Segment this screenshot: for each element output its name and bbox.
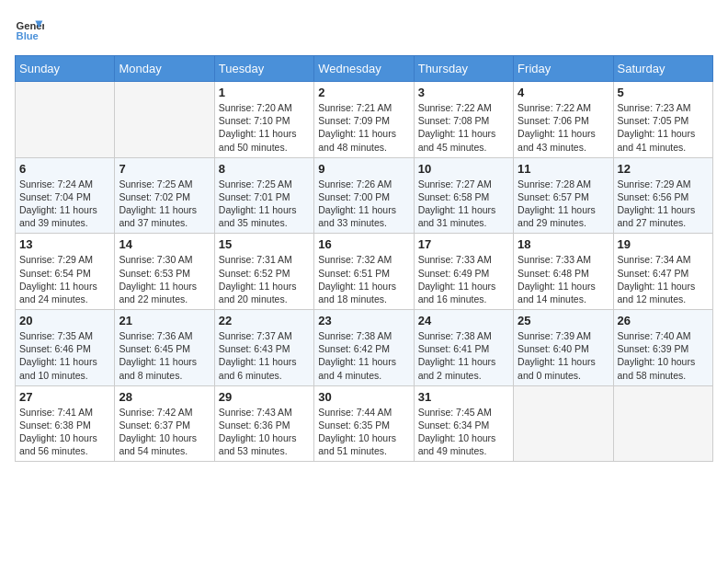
day-number: 26 [618,314,709,327]
day-number: 4 [518,86,609,99]
day-detail: Sunrise: 7:43 AMSunset: 6:36 PMDaylight:… [219,406,310,458]
day-detail: Sunrise: 7:33 AMSunset: 6:49 PMDaylight:… [418,253,509,305]
calendar-cell: 8Sunrise: 7:25 AMSunset: 7:01 PMDaylight… [214,157,313,234]
day-number: 2 [318,86,409,99]
day-detail: Sunrise: 7:40 AMSunset: 6:39 PMDaylight:… [618,329,709,382]
day-detail: Sunrise: 7:20 AMSunset: 7:10 PMDaylight:… [219,101,310,154]
day-number: 9 [318,162,409,176]
calendar-week-5: 27Sunrise: 7:41 AMSunset: 6:38 PMDayligh… [16,385,713,462]
logo-icon: General Blue [15,15,44,44]
calendar-cell: 6Sunrise: 7:24 AMSunset: 7:04 PMDaylight… [16,157,115,234]
calendar-cell: 10Sunrise: 7:27 AMSunset: 6:58 PMDayligh… [414,157,513,234]
calendar-cell [115,82,214,158]
day-number: 21 [119,314,210,327]
day-detail: Sunrise: 7:29 AMSunset: 6:54 PMDaylight:… [19,253,110,305]
svg-text:Blue: Blue [17,30,39,41]
calendar-cell: 31Sunrise: 7:45 AMSunset: 6:34 PMDayligh… [414,385,513,462]
calendar-cell: 4Sunrise: 7:22 AMSunset: 7:06 PMDaylight… [514,82,613,158]
calendar-cell: 28Sunrise: 7:42 AMSunset: 6:37 PMDayligh… [115,385,214,462]
day-number: 6 [19,162,110,176]
day-number: 14 [119,237,210,251]
day-detail: Sunrise: 7:41 AMSunset: 6:38 PMDaylight:… [19,406,110,458]
day-number: 23 [318,314,409,327]
calendar-cell: 17Sunrise: 7:33 AMSunset: 6:49 PMDayligh… [414,234,513,310]
calendar-table: SundayMondayTuesdayWednesdayThursdayFrid… [15,55,713,462]
day-detail: Sunrise: 7:32 AMSunset: 6:51 PMDaylight:… [318,253,409,305]
calendar-cell: 22Sunrise: 7:37 AMSunset: 6:43 PMDayligh… [214,310,313,386]
column-header-wednesday: Wednesday [314,56,414,82]
day-detail: Sunrise: 7:21 AMSunset: 7:09 PMDaylight:… [318,101,409,154]
calendar-cell: 30Sunrise: 7:44 AMSunset: 6:35 PMDayligh… [314,385,414,462]
calendar-cell: 12Sunrise: 7:29 AMSunset: 6:56 PMDayligh… [613,157,712,234]
day-number: 24 [418,314,509,327]
day-number: 16 [318,237,409,251]
day-number: 15 [219,237,310,251]
day-detail: Sunrise: 7:38 AMSunset: 6:41 PMDaylight:… [418,329,509,382]
day-number: 11 [518,162,609,176]
calendar-cell [613,385,712,462]
day-detail: Sunrise: 7:42 AMSunset: 6:37 PMDaylight:… [119,406,210,458]
logo: General Blue [15,15,44,44]
calendar-cell: 1Sunrise: 7:20 AMSunset: 7:10 PMDaylight… [214,82,313,158]
calendar-cell: 25Sunrise: 7:39 AMSunset: 6:40 PMDayligh… [514,310,613,386]
day-detail: Sunrise: 7:35 AMSunset: 6:46 PMDaylight:… [19,329,110,382]
day-detail: Sunrise: 7:36 AMSunset: 6:45 PMDaylight:… [119,329,210,382]
calendar-cell: 20Sunrise: 7:35 AMSunset: 6:46 PMDayligh… [16,310,115,386]
column-header-tuesday: Tuesday [214,56,313,82]
day-detail: Sunrise: 7:22 AMSunset: 7:06 PMDaylight:… [518,101,609,154]
day-detail: Sunrise: 7:30 AMSunset: 6:53 PMDaylight:… [119,253,210,305]
calendar-cell: 9Sunrise: 7:26 AMSunset: 7:00 PMDaylight… [314,157,414,234]
day-detail: Sunrise: 7:24 AMSunset: 7:04 PMDaylight:… [19,178,110,230]
calendar-cell: 13Sunrise: 7:29 AMSunset: 6:54 PMDayligh… [16,234,115,310]
calendar-cell: 11Sunrise: 7:28 AMSunset: 6:57 PMDayligh… [514,157,613,234]
day-number: 20 [19,314,110,327]
calendar-cell [514,385,613,462]
day-number: 22 [219,314,310,327]
day-number: 27 [19,390,110,404]
day-detail: Sunrise: 7:31 AMSunset: 6:52 PMDaylight:… [219,253,310,305]
column-header-friday: Friday [514,56,613,82]
calendar-cell: 7Sunrise: 7:25 AMSunset: 7:02 PMDaylight… [115,157,214,234]
calendar-week-4: 20Sunrise: 7:35 AMSunset: 6:46 PMDayligh… [16,310,713,386]
day-detail: Sunrise: 7:39 AMSunset: 6:40 PMDaylight:… [518,329,609,382]
day-detail: Sunrise: 7:28 AMSunset: 6:57 PMDaylight:… [518,178,609,230]
calendar-cell: 29Sunrise: 7:43 AMSunset: 6:36 PMDayligh… [214,385,313,462]
day-number: 1 [219,86,310,99]
calendar-cell: 16Sunrise: 7:32 AMSunset: 6:51 PMDayligh… [314,234,414,310]
day-number: 17 [418,237,509,251]
calendar-cell: 3Sunrise: 7:22 AMSunset: 7:08 PMDaylight… [414,82,513,158]
day-number: 13 [19,237,110,251]
day-detail: Sunrise: 7:38 AMSunset: 6:42 PMDaylight:… [318,329,409,382]
calendar-header-row: SundayMondayTuesdayWednesdayThursdayFrid… [16,56,713,82]
calendar-cell: 24Sunrise: 7:38 AMSunset: 6:41 PMDayligh… [414,310,513,386]
day-number: 25 [518,314,609,327]
calendar-week-1: 1Sunrise: 7:20 AMSunset: 7:10 PMDaylight… [16,82,713,158]
day-number: 19 [618,237,709,251]
day-detail: Sunrise: 7:45 AMSunset: 6:34 PMDaylight:… [418,406,509,458]
day-number: 3 [418,86,509,99]
day-detail: Sunrise: 7:22 AMSunset: 7:08 PMDaylight:… [418,101,509,154]
day-detail: Sunrise: 7:23 AMSunset: 7:05 PMDaylight:… [618,101,709,154]
day-number: 10 [418,162,509,176]
calendar-cell: 19Sunrise: 7:34 AMSunset: 6:47 PMDayligh… [613,234,712,310]
day-number: 18 [518,237,609,251]
calendar-cell [16,82,115,158]
day-detail: Sunrise: 7:29 AMSunset: 6:56 PMDaylight:… [618,178,709,230]
day-detail: Sunrise: 7:26 AMSunset: 7:00 PMDaylight:… [318,178,409,230]
day-number: 8 [219,162,310,176]
day-number: 5 [618,86,709,99]
calendar-week-3: 13Sunrise: 7:29 AMSunset: 6:54 PMDayligh… [16,234,713,310]
day-number: 7 [119,162,210,176]
day-detail: Sunrise: 7:27 AMSunset: 6:58 PMDaylight:… [418,178,509,230]
day-detail: Sunrise: 7:25 AMSunset: 7:01 PMDaylight:… [219,178,310,230]
day-detail: Sunrise: 7:44 AMSunset: 6:35 PMDaylight:… [318,406,409,458]
day-number: 12 [618,162,709,176]
calendar-cell: 18Sunrise: 7:33 AMSunset: 6:48 PMDayligh… [514,234,613,310]
day-number: 28 [119,390,210,404]
day-number: 29 [219,390,310,404]
column-header-sunday: Sunday [16,56,115,82]
day-detail: Sunrise: 7:34 AMSunset: 6:47 PMDaylight:… [618,253,709,305]
column-header-saturday: Saturday [613,56,712,82]
day-detail: Sunrise: 7:33 AMSunset: 6:48 PMDaylight:… [518,253,609,305]
day-detail: Sunrise: 7:37 AMSunset: 6:43 PMDaylight:… [219,329,310,382]
